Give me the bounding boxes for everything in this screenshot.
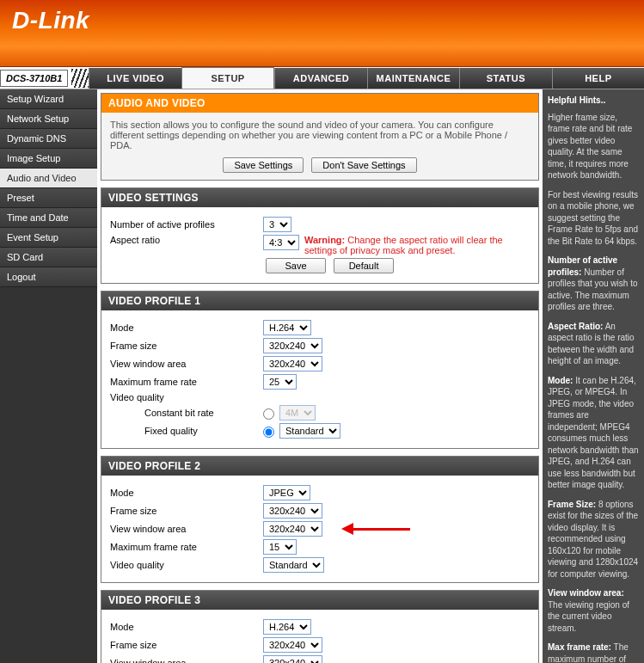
sidebar-item-dynamic-dns[interactable]: Dynamic DNS	[0, 129, 97, 149]
panel-description-text: This section allows you to configure the…	[110, 120, 507, 150]
select-aspect-ratio[interactable]: 4:3	[263, 235, 299, 250]
vp1-label-maxrate: Maximum frame rate	[110, 377, 263, 387]
vp1-label-fq: Fixed quality	[110, 426, 263, 436]
sidebar-item-network-setup[interactable]: Network Setup	[0, 109, 97, 129]
hint-maxrate: Max frame rate: The maximum number of fr…	[548, 642, 639, 663]
tab-status[interactable]: STATUS	[459, 68, 551, 89]
vp3-select-viewwindow[interactable]: 320x240	[263, 655, 322, 663]
tab-setup[interactable]: SETUP	[181, 67, 274, 89]
device-name: DCS-3710B1	[0, 70, 68, 87]
hint-mobile: For best viewing results on a mobile pho…	[548, 189, 639, 248]
vp3-title: VIDEO PROFILE 3	[101, 591, 538, 610]
select-num-profiles[interactable]: 3	[263, 217, 291, 232]
video-settings-title: VIDEO SETTINGS	[101, 188, 538, 207]
label-num-profiles: Number of active profiles	[110, 219, 263, 230]
panel-video-profile-1: VIDEO PROFILE 1 ModeH.264 Frame size320x…	[101, 291, 539, 449]
sidebar-item-image-setup[interactable]: Image Setup	[0, 149, 97, 169]
tab-live-video[interactable]: LIVE VIDEO	[89, 68, 181, 89]
aspect-save-button[interactable]: Save	[266, 258, 326, 273]
vp1-select-maxrate[interactable]: 25	[263, 374, 297, 390]
vp2-select-viewwindow[interactable]: 320x240	[263, 521, 322, 537]
panel-audio-video: AUDIO AND VIDEO This section allows you …	[101, 93, 539, 181]
label-aspect-ratio: Aspect ratio	[110, 235, 263, 245]
vp1-select-viewwindow[interactable]: 320x240	[263, 356, 322, 371]
vp2-title: VIDEO PROFILE 2	[101, 457, 538, 476]
vp3-label-mode: Mode	[110, 622, 263, 632]
sidebar-item-time-and-date[interactable]: Time and Date	[0, 208, 97, 228]
header-banner: D-Link	[0, 0, 644, 67]
sidebar-item-sd-card[interactable]: SD Card	[0, 248, 97, 267]
sidebar-item-event-setup[interactable]: Event Setup	[0, 228, 97, 248]
panel-video-settings: VIDEO SETTINGS Number of active profiles…	[101, 187, 539, 284]
vp1-radio-fq[interactable]	[263, 427, 274, 438]
vp3-label-viewwindow: View window area	[110, 658, 263, 663]
main-content: AUDIO AND VIDEO This section allows you …	[97, 89, 543, 663]
aspect-ratio-warning: Warning: Change the aspect ratio will cl…	[304, 235, 511, 255]
stripe-decor	[71, 69, 89, 88]
save-settings-button[interactable]: Save Settings	[223, 157, 304, 173]
vp1-label-vquality: Video quality	[110, 392, 263, 402]
sidebar-item-preset[interactable]: Preset	[0, 188, 97, 208]
vp1-radio-cbr[interactable]	[263, 408, 274, 420]
highlight-arrow-icon	[341, 523, 410, 535]
tab-advanced[interactable]: ADVANCED	[274, 68, 366, 89]
vp1-select-mode[interactable]: H.264	[263, 320, 311, 335]
hint-aspect: Aspect Ratio: An aspect ratio is the rat…	[548, 321, 639, 367]
hint-mode: Mode: It can be H.264, JPEG, or MPEG4. I…	[548, 375, 639, 491]
brand-logo: D-Link	[12, 7, 89, 34]
vp2-select-mode[interactable]: JPEG	[263, 485, 310, 500]
sidebar-item-logout[interactable]: Logout	[0, 267, 97, 287]
vp1-title: VIDEO PROFILE 1	[101, 292, 538, 310]
vp1-select-fq[interactable]: Standard	[279, 423, 340, 439]
hint-framesize2: Frame Size: 8 options exist for the size…	[548, 499, 639, 580]
vp1-label-mode: Mode	[110, 322, 263, 333]
dont-save-settings-button[interactable]: Don't Save Settings	[311, 157, 416, 173]
hint-framesize: Higher frame size, frame rate and bit ra…	[548, 112, 639, 181]
hint-profiles: Number of active profiles: Number of pro…	[548, 255, 639, 313]
vp2-select-maxrate[interactable]: 15	[263, 539, 297, 555]
vp2-label-mode: Mode	[110, 488, 263, 498]
tab-maintenance[interactable]: MAINTENANCE	[367, 68, 459, 89]
vp2-label-vquality: Video quality	[110, 560, 263, 570]
vp2-label-framesize: Frame size	[110, 506, 263, 516]
tab-help[interactable]: HELP	[552, 68, 644, 89]
vp1-label-framesize: Frame size	[110, 341, 263, 351]
vp1-label-cbr: Constant bit rate	[110, 408, 263, 418]
hints-title: Helpful Hints..	[548, 95, 639, 107]
panel-title: AUDIO AND VIDEO	[101, 94, 538, 113]
vp3-select-mode[interactable]: H.264	[263, 619, 311, 635]
hint-viewwindow: View window area: The viewing region of …	[548, 587, 639, 634]
vp3-select-framesize[interactable]: 320x240	[263, 637, 322, 653]
panel-video-profile-3: VIDEO PROFILE 3 ModeH.264 Frame size320x…	[101, 590, 539, 663]
vp1-label-viewwindow: View window area	[110, 359, 263, 369]
sidebar-item-setup-wizard[interactable]: Setup Wizard	[0, 89, 97, 109]
vp2-label-maxrate: Maximum frame rate	[110, 542, 263, 552]
vp2-select-framesize[interactable]: 320x240	[263, 503, 322, 519]
panel-video-profile-2: VIDEO PROFILE 2 ModeJPEG Frame size320x2…	[101, 456, 539, 583]
aspect-default-button[interactable]: Default	[334, 258, 394, 273]
vp2-select-vquality[interactable]: Standard	[263, 557, 324, 573]
vp2-label-viewwindow: View window area	[110, 524, 263, 534]
vp3-label-framesize: Frame size	[110, 640, 263, 650]
vp1-select-framesize[interactable]: 320x240	[263, 338, 322, 353]
panel-description: This section allows you to configure the…	[101, 113, 538, 180]
main-tabs: DCS-3710B1 LIVE VIDEO SETUP ADVANCED MAI…	[0, 67, 644, 89]
sidebar-nav: Setup Wizard Network Setup Dynamic DNS I…	[0, 89, 97, 663]
sidebar-item-audio-and-video[interactable]: Audio and Video	[0, 169, 97, 188]
help-panel: Helpful Hints.. Higher frame size, frame…	[543, 89, 644, 663]
vp1-select-cbr: 4M	[279, 405, 316, 421]
